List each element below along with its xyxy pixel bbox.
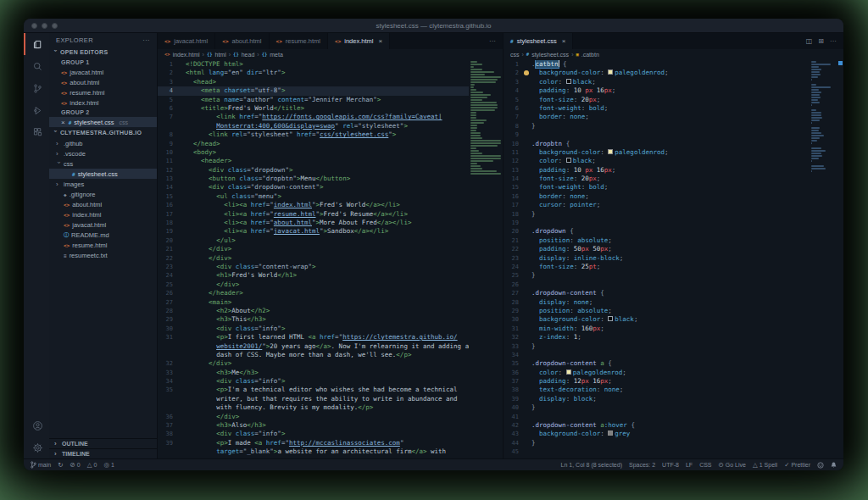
breadcrumb-item[interactable]: head [242,52,255,58]
code-line: 23 <div class="content-wrap"> [158,263,469,271]
breadcrumb-item[interactable]: css [510,52,520,58]
status-item-1-spell[interactable]: △1 Spell [753,461,777,469]
close-icon[interactable]: × [562,37,566,45]
layout-icon[interactable]: ⊞ [818,37,824,45]
open-editor-item-resume.html[interactable]: <>resume.html [49,87,157,97]
explorer-icon[interactable] [24,33,49,55]
status-item-main[interactable]: main [31,461,51,469]
chevron-right-icon: › [54,450,59,458]
settings-gear-icon[interactable] [24,436,49,458]
tree-item-stylesheet.css[interactable]: #stylesheet.css [49,169,157,179]
status-item-go-live[interactable]: ⊙Go Live [719,461,746,469]
breadcrumb-item[interactable]: index.html [173,52,200,58]
info-file-icon: ⓘ [64,231,69,239]
color-swatch-icon[interactable] [608,316,613,321]
status-item[interactable] [831,462,837,469]
color-swatch-icon[interactable] [566,158,571,163]
sidebar-more-icon[interactable]: ··· [142,36,150,44]
tree-item-images[interactable]: ›images [49,179,157,189]
status-item[interactable] [817,462,824,469]
status-item-spaces-2[interactable]: Spaces: 2 [629,462,655,468]
code-line: 17 cursor: pointer; [504,201,810,209]
file-label: about.html [70,79,99,86]
breadcrumb-item[interactable]: meta [270,52,283,58]
split-editor-icon[interactable]: ◫ [806,37,813,45]
tree-item-resume.html[interactable]: <>resume.html [49,240,157,250]
source-control-icon[interactable] [24,77,49,99]
breadcrumb-separator: › [203,52,204,58]
status-item-prettier[interactable]: ✓Prettier [784,461,810,469]
gear-file-icon: ◆ [64,192,67,197]
open-editors-header[interactable]: › OPEN EDITORS [49,47,157,58]
account-icon[interactable] [24,414,49,436]
more-icon[interactable]: ··· [489,37,496,45]
open-editor-item-index.html[interactable]: <>index.html [49,97,157,108]
tab-resume.html[interactable]: <>resume.html [270,33,329,49]
status-item-1[interactable]: ◎1 [103,461,114,469]
breadcrumb-item[interactable]: .catbtn [581,52,599,58]
panel-header-timeline[interactable]: ›TIMELINE [49,448,157,458]
color-swatch-icon[interactable] [608,69,613,75]
color-swatch-icon[interactable] [566,369,571,375]
status-item-lf[interactable]: LF [686,462,693,468]
minimap-group2[interactable] [810,59,843,458]
open-editor-item-about.html[interactable]: <>about.html [49,77,157,87]
breadcrumb-item[interactable]: stylesheet.css [531,52,569,58]
status-item-0[interactable]: △0 [87,461,97,469]
tree-root-header[interactable]: › CLYTEMESTRA.GITHUB.IO [49,127,157,138]
tree-item-about.html[interactable]: <>about.html [49,199,157,209]
color-swatch-icon[interactable] [608,431,613,436]
tree-item-javacat.html[interactable]: <>javacat.html [49,219,157,230]
code-line: 23 display: inline-block; [504,254,810,263]
status-item-css[interactable]: CSS [699,462,711,468]
code-line: 7 border: none; [504,113,810,121]
breadcrumb-separator: › [257,52,259,58]
minimap-group1[interactable] [469,59,503,458]
tree-item-label: .gitignore [70,191,96,198]
lightbulb-icon[interactable] [524,70,529,75]
breadcrumb-group1[interactable]: <>index.html›{}html›{}head›{}meta [158,49,503,59]
tree-item-resumeetc.txt[interactable]: ≡resumeetc.txt [49,250,157,260]
code-line: 18 <li><a href="about.html">More About F… [158,219,469,227]
tree-item-index.html[interactable]: <>index.html [49,209,157,219]
open-editor-item-stylesheet.css[interactable]: ×#stylesheet.csscss [49,117,157,127]
status-item-ln-1-col-8-8-selected-[interactable]: Ln 1, Col 8 (8 selected) [561,462,622,468]
breadcrumb-group2[interactable]: css›#stylesheet.css›▣.catbtn [504,49,843,59]
tree-item-README.md[interactable]: ⓘREADME.md [49,230,157,240]
code-line: 25 </div> [158,281,469,289]
tab-javacat.html[interactable]: <>javacat.html [158,33,215,49]
editor-stylesheet-css[interactable]: 1.catbtn {2 background-color: palegolden… [504,59,810,458]
tree-item-.github[interactable]: ›.github [49,138,157,148]
code-line: 31 min-width: 160px; [504,325,810,333]
search-icon[interactable] [24,55,49,77]
feedback-icon [817,462,824,469]
open-editor-item-javacat.html[interactable]: <>javacat.html [49,67,157,77]
run-debug-icon[interactable] [24,99,49,121]
close-icon[interactable]: × [61,119,65,126]
extensions-icon[interactable] [24,121,49,143]
tree-item-.gitignore[interactable]: ◆.gitignore [49,189,157,199]
panel-header-outline[interactable]: ›OUTLINE [49,438,157,448]
code-line: 38 text-decoration: none; [504,386,810,394]
editor-index-html[interactable]: 1<!DOCTYPE html>2<html lang="en" dir="lt… [158,59,469,458]
window-title: stylesheet.css — clytemestra.github.io [24,22,843,30]
code-line: 14 <div class="dropdown-content"> [158,183,469,192]
tree-item-css[interactable]: ›css [49,158,157,169]
status-item-0[interactable]: ⊘0 [70,461,80,469]
code-line: 19 [504,219,810,227]
tab-index.html[interactable]: <>index.html× [328,33,390,49]
breadcrumb-item[interactable]: html [215,52,226,58]
tab-stylesheet.css[interactable]: #stylesheet.css× [504,33,573,49]
color-swatch-icon[interactable] [566,79,571,84]
code-line: 4 padding: 10 px 16px; [504,86,810,95]
color-swatch-icon[interactable] [608,149,613,154]
close-icon[interactable]: × [378,37,382,45]
code-line: 2 background-color: palegoldenrod; [504,69,810,77]
status-item-utf-8[interactable]: UTF-8 [662,462,679,468]
code-line: 28 display: none; [504,298,810,307]
more-icon[interactable]: ··· [830,37,837,45]
code-line: 13 <button class="dropbtn">Menu</button> [158,175,469,183]
tab-about.html[interactable]: <>about.html [215,33,269,49]
tree-item-.vscode[interactable]: ›.vscode [49,148,157,158]
status-item[interactable]: ↻ [58,461,63,469]
